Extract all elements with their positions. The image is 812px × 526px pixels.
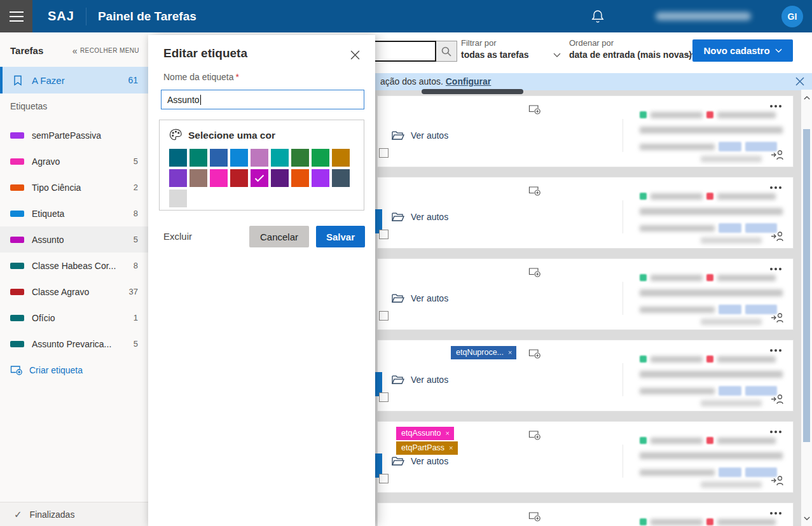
color-swatch[interactable] [230, 149, 248, 167]
color-swatch[interactable] [210, 169, 228, 187]
assign-person-icon[interactable] [771, 149, 784, 160]
ver-autos-button[interactable]: Ver autos [392, 125, 448, 146]
search-icon [441, 46, 452, 57]
tag-close-icon[interactable]: × [508, 349, 512, 356]
create-label-button[interactable]: Criar etiqueta [0, 357, 148, 383]
color-swatch[interactable] [291, 149, 309, 167]
label-color-swatch [10, 211, 24, 217]
redacted-card-content [640, 107, 787, 165]
card-checkbox[interactable] [379, 230, 389, 239]
sort-label: Ordenar por [569, 38, 692, 48]
card-checkbox[interactable] [379, 311, 389, 321]
banner-close-icon[interactable] [795, 77, 804, 86]
scrollbar-thumb[interactable] [803, 129, 810, 442]
color-swatch[interactable] [251, 149, 268, 167]
collapse-menu-button[interactable]: « RECOLHER MENU [72, 47, 139, 54]
color-swatch[interactable] [291, 169, 309, 187]
assign-person-icon[interactable] [771, 475, 784, 486]
configure-link[interactable]: Configurar [446, 76, 492, 87]
scroll-down-icon[interactable] [801, 513, 812, 523]
sidebar-item-a-fazer[interactable]: A Fazer 61 [0, 67, 148, 93]
status-red-dot [706, 356, 713, 363]
search-button[interactable] [436, 41, 457, 62]
user-name-redacted [656, 12, 751, 20]
ver-autos-button[interactable]: Ver autos [392, 288, 448, 308]
label-count: 5 [134, 339, 138, 349]
modal-close-icon[interactable] [348, 48, 362, 62]
add-label-icon[interactable] [528, 266, 541, 277]
sidebar-label-item[interactable]: Assunto Prevarica...5 [0, 331, 148, 357]
color-swatch[interactable] [332, 149, 350, 167]
new-record-button[interactable]: Novo cadastro [692, 39, 793, 62]
color-swatch[interactable] [312, 149, 329, 167]
page-title: Painel de Tarefas [98, 10, 196, 24]
sidebar-label-item[interactable]: Assunto5 [0, 226, 148, 253]
color-swatch[interactable] [169, 149, 187, 167]
color-swatch-grid [169, 149, 364, 207]
color-swatch[interactable] [312, 169, 329, 187]
color-swatch[interactable] [271, 149, 289, 167]
ver-autos-button[interactable]: Ver autos [392, 207, 448, 227]
chevron-down-icon [775, 48, 782, 53]
ver-autos-button[interactable]: Ver autos [392, 370, 448, 390]
label-name: Tipo Ciência [32, 183, 134, 193]
card-checkbox[interactable] [379, 392, 389, 402]
save-button[interactable]: Salvar [316, 226, 365, 247]
sidebar-item-finalizadas[interactable]: ✓ Finalizadas [0, 502, 148, 526]
color-swatch[interactable] [251, 169, 268, 187]
assign-person-icon[interactable] [771, 394, 784, 405]
add-label-icon[interactable] [528, 185, 541, 196]
add-label-icon[interactable] [528, 429, 541, 440]
add-label-icon[interactable] [528, 511, 541, 522]
add-label-icon[interactable] [528, 104, 541, 114]
ver-autos-button[interactable]: Ver autos [392, 451, 448, 471]
card-checkbox[interactable] [379, 474, 389, 483]
add-label-icon[interactable] [528, 348, 541, 359]
label-name-input[interactable]: Assunto [161, 90, 364, 109]
label-color-swatch [10, 132, 24, 139]
tag-chip[interactable]: etqNuproce...× [451, 346, 516, 359]
selected-check-icon [254, 174, 265, 182]
sidebar-label-item[interactable]: Classe Agravo37 [0, 279, 148, 305]
label-name: Classe Agravo [32, 287, 129, 297]
delete-button[interactable]: Excluir [163, 231, 192, 242]
cancel-button[interactable]: Cancelar [249, 226, 309, 247]
color-swatch[interactable] [230, 169, 248, 187]
color-swatch[interactable] [169, 190, 187, 207]
assign-person-icon[interactable] [771, 312, 784, 323]
color-section-title: Selecione uma cor [188, 130, 275, 141]
color-swatch[interactable] [332, 169, 350, 187]
status-red-dot [706, 193, 713, 200]
chevron-down-icon [553, 49, 561, 59]
filter-dropdown[interactable]: Filtrar por todas as tarefas [461, 38, 529, 60]
tag-chip[interactable]: etqAssunto× [396, 427, 454, 440]
sidebar-label-item[interactable]: Classe Habeas Cor...8 [0, 253, 148, 279]
color-swatch[interactable] [189, 149, 207, 167]
label-color-swatch [10, 237, 24, 243]
hamburger-menu-icon[interactable] [0, 0, 32, 32]
create-label-text: Criar etiqueta [29, 365, 83, 375]
card-tags: etqNuproce...× [451, 346, 516, 359]
notifications-bell-icon[interactable] [591, 9, 605, 24]
color-swatch[interactable] [169, 169, 187, 187]
sidebar-label-item[interactable]: Agravo5 [0, 148, 148, 174]
tag-close-icon[interactable]: × [446, 429, 450, 437]
sidebar-label-item[interactable]: Ofício1 [0, 305, 148, 331]
scroll-up-icon[interactable] [801, 92, 812, 103]
avatar[interactable]: GI [781, 6, 803, 27]
sidebar-label-item[interactable]: semPartePassiva [0, 122, 148, 148]
check-icon: ✓ [14, 509, 22, 520]
assign-person-icon[interactable] [771, 231, 784, 242]
tag-close-icon[interactable]: × [449, 444, 453, 452]
card-checkbox[interactable] [379, 148, 389, 158]
color-swatch[interactable] [189, 169, 207, 187]
color-swatch[interactable] [210, 149, 228, 167]
card-divider [623, 119, 623, 152]
color-swatch[interactable] [271, 169, 289, 187]
sidebar-label-item[interactable]: Tipo Ciência2 [0, 174, 148, 200]
label-name: Assunto [32, 235, 134, 245]
sort-dropdown[interactable]: Ordenar por data de entrada (mais novas) [569, 38, 692, 60]
scrollbar[interactable] [801, 90, 812, 526]
redacted-card-content [640, 270, 787, 328]
sidebar-label-item[interactable]: Etiqueta8 [0, 200, 148, 226]
